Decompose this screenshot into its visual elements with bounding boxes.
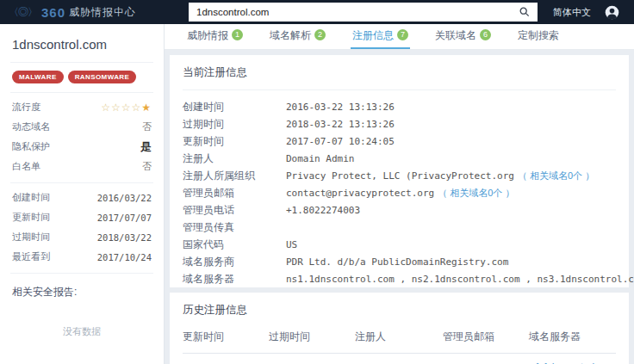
tab-label: 定制搜索 <box>518 28 559 43</box>
tag-malware: MALWARE <box>12 71 64 83</box>
info-value: 2018-03-22 13:13:26 <box>286 119 395 130</box>
date-row-created: 创建时间 2016/03/22 <box>12 188 152 207</box>
info-label: 域名服务商 <box>183 255 286 269</box>
date-value: 2017/07/07 <box>97 213 152 223</box>
info-row-registrar: 域名服务商 PDR Ltd. d/b/a PublicDomainRegistr… <box>183 253 616 270</box>
info-value: +1.8022274003 <box>286 205 360 216</box>
info-value: Domain Admin <box>286 153 354 164</box>
domain-summary-sidebar: 1dnscontrol.com MALWARE RANSOMWARE 流行度 ☆… <box>0 24 165 364</box>
date-value: 2018/03/22 <box>97 232 152 243</box>
main-content: 威胁情报 1 域名解析 2 注册信息 7 关联域名 6 定制搜索 当前注册信息 <box>165 24 634 364</box>
tag-ransomware: RANSOMWARE <box>68 71 137 83</box>
tab-badge: 7 <box>397 29 408 40</box>
section-title: 历史注册信息 <box>183 303 616 321</box>
app-header: 〈◎〉 360 威胁情报中心 简体中文 <box>0 0 634 24</box>
registrant-org-link[interactable]: Privacy Protect, LLC (PrivacyProtect.org <box>286 170 514 182</box>
date-label: 创建时间 <box>12 191 50 204</box>
tab-related-domains[interactable]: 关联域名 6 <box>433 24 493 49</box>
brand-title: 威胁情报中心 <box>69 5 136 20</box>
info-row-created: 创建时间 2016-03-22 13:13:26 <box>183 98 616 115</box>
history-table-header: 更新时间 过期时间 注册人 管理员邮箱 域名服务器 <box>183 321 616 354</box>
star-filled: ★ <box>141 102 152 114</box>
tab-registration-info[interactable]: 注册信息 7 <box>351 24 410 49</box>
tab-dns-resolution[interactable]: 域名解析 2 <box>268 24 327 49</box>
info-label: 管理员邮箱 <box>183 186 286 201</box>
attribute-value: 否 <box>142 160 152 173</box>
info-label: 过期时间 <box>183 117 286 132</box>
tab-label: 域名解析 <box>270 28 311 43</box>
attribute-row-privacy-protection: 隐私保护 是 <box>12 137 152 157</box>
info-label: 管理员传真 <box>183 220 286 235</box>
info-label: 创建时间 <box>183 100 286 114</box>
current-registration-card: 当前注册信息 创建时间 2016-03-22 13:13:26 过期时间 201… <box>170 55 629 287</box>
admin-email-link[interactable]: contact@privacyprotect.org <box>286 188 434 199</box>
related-domains-link[interactable]: （ 相关域名0个 ） <box>518 170 594 182</box>
star-rating: ☆☆☆☆★ <box>101 102 152 114</box>
popularity-label: 流行度 <box>12 101 40 114</box>
user-avatar-icon[interactable] <box>605 5 619 20</box>
info-row-admin-phone: 管理员电话 +1.8022274003 <box>183 201 616 219</box>
date-value: 2017/10/24 <box>97 252 152 262</box>
info-value: 2016-03-22 13:13:26 <box>286 102 395 113</box>
logo-eye-icon: 〈◎〉 <box>9 5 37 20</box>
date-label: 更新时间 <box>12 211 50 224</box>
info-label: 国家代码 <box>183 238 286 252</box>
column-header-admin-email: 管理员邮箱 <box>443 330 529 344</box>
info-row-updated: 更新时间 2017-07-07 10:24:05 <box>183 133 616 150</box>
info-label: 更新时间 <box>183 134 286 149</box>
date-row-expires: 过期时间 2018/03/22 <box>12 227 152 247</box>
attribute-label: 白名单 <box>12 160 40 173</box>
history-registration-card: 历史注册信息 更新时间 过期时间 注册人 管理员邮箱 域名服务器 2017/07… <box>170 293 629 364</box>
date-label: 过期时间 <box>12 231 50 244</box>
info-label: 注册人所属组织 <box>183 169 286 183</box>
date-label: 最近看到 <box>12 250 50 263</box>
no-data-text: 没有数据 <box>12 325 152 338</box>
search-icon[interactable] <box>519 6 530 17</box>
attribute-label: 隐私保护 <box>12 140 50 153</box>
tab-badge: 2 <box>314 29 326 40</box>
column-header-registrant: 注册人 <box>355 330 443 344</box>
nameservers-links[interactable]: ns1.1dnscontrol.com , ns2.1dnscontrol.co… <box>286 274 634 285</box>
date-value: 2016/03/22 <box>97 193 152 203</box>
table-row: 2017/07/07 2018/03/22 Domain Admin conta… <box>183 354 616 364</box>
info-row-registrant: 注册人 Domain Admin <box>183 150 616 167</box>
domain-search-input[interactable] <box>189 3 538 22</box>
info-label: 域名服务器 <box>183 272 286 287</box>
attribute-row-whitelist: 白名单 否 <box>12 157 152 176</box>
date-row-last-seen: 最近看到 2017/10/24 <box>12 247 152 267</box>
domain-title: 1dnscontrol.com <box>12 37 152 62</box>
info-value: PDR Ltd. d/b/a PublicDomainRegistry.com <box>286 256 508 268</box>
column-header-expire-time: 过期时间 <box>269 330 355 344</box>
info-label: 注册人 <box>183 151 286 166</box>
info-row-nameservers: 域名服务器 ns1.1dnscontrol.com , ns2.1dnscont… <box>183 270 616 287</box>
info-row-expires: 过期时间 2018-03-22 13:13:26 <box>183 115 616 133</box>
attribute-row-dynamic-domain: 动态域名 否 <box>12 117 152 137</box>
info-value: US <box>286 239 297 250</box>
search-bar <box>189 3 538 22</box>
popularity-row: 流行度 ☆☆☆☆★ <box>12 97 152 117</box>
info-row-admin-email: 管理员邮箱 contact@privacyprotect.org （ 相关域名0… <box>183 184 616 201</box>
attribute-value: 否 <box>142 120 152 133</box>
brand-logo: 〈◎〉 360 威胁情报中心 <box>0 5 189 20</box>
attribute-label: 动态域名 <box>12 120 50 133</box>
brand-360: 360 <box>41 5 65 20</box>
tab-label: 关联域名 <box>435 28 476 43</box>
tab-label: 注册信息 <box>352 28 394 43</box>
tab-badge: 1 <box>232 29 243 40</box>
related-domains-link[interactable]: （ 相关域名0个 ） <box>438 187 514 200</box>
info-row-admin-fax: 管理员传真 <box>183 219 616 236</box>
related-reports-heading: 相关安全报告: <box>12 285 152 299</box>
info-value: 2017-07-07 10:24:05 <box>286 136 395 147</box>
info-label: 管理员电话 <box>183 203 286 218</box>
section-title: 当前注册信息 <box>183 65 616 90</box>
info-row-country-code: 国家代码 US <box>183 236 616 253</box>
tab-threat-intel[interactable]: 威胁情报 1 <box>185 24 245 49</box>
date-row-updated: 更新时间 2017/07/07 <box>12 207 152 227</box>
threat-tags: MALWARE RANSOMWARE <box>12 63 152 92</box>
language-switcher[interactable]: 简体中文 <box>553 6 591 19</box>
tab-label: 威胁情报 <box>187 28 228 43</box>
attribute-value: 是 <box>140 139 152 155</box>
tab-badge: 6 <box>480 29 491 40</box>
tab-custom-search[interactable]: 定制搜索 <box>516 24 561 49</box>
stars-empty: ☆☆☆☆ <box>101 102 141 114</box>
